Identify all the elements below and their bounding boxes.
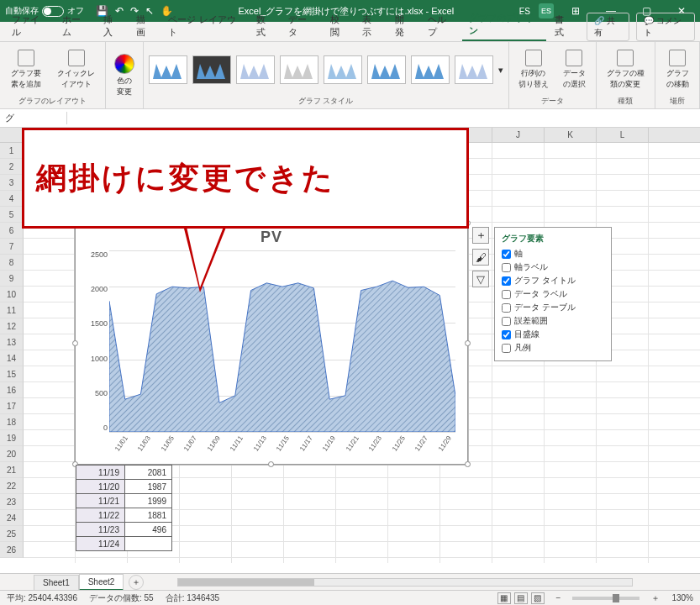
share-button[interactable]: 🔗 共有	[587, 13, 629, 41]
tab-insert[interactable]: 挿入	[97, 10, 128, 41]
col-k[interactable]: K	[545, 128, 597, 142]
checkbox[interactable]	[502, 290, 511, 299]
row-1[interactable]: 1	[0, 143, 24, 159]
checkbox[interactable]	[502, 330, 511, 339]
cell-pv[interactable]: 1999	[125, 494, 172, 508]
cell-pv[interactable]: 1987	[125, 480, 172, 494]
select-all-corner[interactable]	[0, 128, 24, 142]
sheet-tab-1[interactable]: Sheet1	[34, 575, 79, 590]
row-25[interactable]: 25	[0, 526, 24, 542]
checkbox[interactable]	[502, 317, 511, 326]
zoom-slider[interactable]	[572, 597, 639, 600]
zoom-in-button[interactable]: ＋	[651, 592, 660, 604]
sheet-tab-2[interactable]: Sheet2	[79, 574, 124, 591]
chart-style-more-icon[interactable]: ▾	[498, 65, 503, 76]
chart-elements-button[interactable]: ＋	[472, 227, 489, 244]
tab-view[interactable]: 表示	[355, 10, 387, 41]
cell-pv[interactable]: 2081	[125, 466, 172, 480]
row-13[interactable]: 13	[0, 334, 24, 350]
change-chart-type-button[interactable]: グラフの種類の変更	[602, 48, 650, 92]
tab-format[interactable]: 書式	[548, 10, 579, 41]
chart-style-4[interactable]	[280, 55, 318, 84]
chart-style-7[interactable]	[411, 55, 450, 84]
row-19[interactable]: 19	[0, 430, 24, 446]
tab-data[interactable]: データ	[282, 10, 321, 41]
row-22[interactable]: 22	[0, 478, 24, 494]
row-8[interactable]: 8	[0, 255, 24, 271]
add-chart-element-button[interactable]: グラフ要素を追加	[5, 48, 48, 92]
quick-layout-button[interactable]: クイックレイアウト	[53, 48, 100, 92]
chart-element-option[interactable]: 軸ラベル	[502, 261, 604, 273]
cell-date[interactable]: 11/24	[76, 537, 125, 551]
select-data-button[interactable]: データの選択	[558, 48, 591, 92]
page-break-view-icon[interactable]: ▧	[531, 592, 545, 604]
tab-developer[interactable]: 開発	[388, 10, 419, 41]
tab-chart-design[interactable]: グラフのデザイン	[462, 8, 545, 41]
chart-style-6[interactable]	[367, 55, 406, 84]
row-21[interactable]: 21	[0, 462, 24, 478]
chart-element-option[interactable]: グラフ タイトル	[502, 275, 604, 287]
cell-date[interactable]: 11/19	[76, 466, 125, 480]
normal-view-icon[interactable]: ▦	[497, 592, 511, 604]
horizontal-scrollbar[interactable]	[177, 578, 633, 587]
row-23[interactable]: 23	[0, 494, 24, 510]
chart-element-option[interactable]: データ テーブル	[502, 302, 604, 313]
row-16[interactable]: 16	[0, 382, 24, 398]
row-11[interactable]: 11	[0, 302, 24, 318]
comments-button[interactable]: 💬 コメント	[636, 13, 695, 41]
checkbox[interactable]	[502, 344, 511, 353]
chart-element-option[interactable]: データ ラベル	[502, 288, 604, 300]
row-18[interactable]: 18	[0, 414, 24, 430]
col-j[interactable]: J	[492, 128, 545, 142]
move-chart-button[interactable]: グラフの移動	[661, 48, 694, 92]
chart-object[interactable]: PV 25002000150010005000 11/0111/0311/051…	[75, 223, 468, 465]
chart-style-8[interactable]	[455, 55, 493, 84]
tab-draw[interactable]: 描画	[129, 10, 161, 41]
row-5[interactable]: 5	[0, 207, 24, 223]
chart-filters-button[interactable]: ▽	[472, 271, 489, 287]
cell-pv[interactable]: 496	[125, 523, 172, 537]
plot-area[interactable]: 25002000150010005000 11/0111/0311/0511/0…	[109, 250, 455, 432]
tab-review[interactable]: 校閲	[324, 10, 355, 41]
chart-element-option[interactable]: 凡例	[502, 342, 604, 354]
chart-style-3[interactable]	[236, 55, 275, 84]
switch-row-column-button[interactable]: 行/列の切り替え	[514, 48, 553, 92]
checkbox[interactable]	[502, 250, 511, 259]
checkbox[interactable]	[502, 263, 511, 272]
tab-help[interactable]: ヘルプ	[421, 10, 461, 41]
row-14[interactable]: 14	[0, 350, 24, 366]
page-layout-view-icon[interactable]: ▤	[514, 592, 528, 604]
chart-style-1[interactable]	[149, 55, 187, 84]
zoom-out-button[interactable]: −	[556, 593, 561, 602]
zoom-level[interactable]: 130%	[671, 593, 693, 602]
cell-date[interactable]: 11/20	[76, 480, 125, 494]
row-3[interactable]: 3	[0, 175, 24, 191]
row-7[interactable]: 7	[0, 239, 24, 255]
row-6[interactable]: 6	[0, 223, 24, 239]
add-sheet-button[interactable]: ＋	[129, 575, 144, 590]
tab-page-layout[interactable]: ページ レイアウト	[161, 10, 247, 41]
chart-style-5[interactable]	[324, 55, 362, 84]
row-20[interactable]: 20	[0, 446, 24, 462]
col-l[interactable]: L	[597, 128, 649, 142]
row-17[interactable]: 17	[0, 398, 24, 414]
checkbox[interactable]	[502, 276, 511, 286]
sheet-data-table[interactable]: 11/19208111/20198711/21199911/22188111/2…	[76, 465, 172, 551]
row-4[interactable]: 4	[0, 191, 24, 207]
row-15[interactable]: 15	[0, 366, 24, 382]
cell-date[interactable]: 11/22	[76, 508, 125, 523]
cell-date[interactable]: 11/21	[76, 494, 125, 508]
chart-style-2[interactable]	[192, 55, 231, 84]
chart-element-option[interactable]: 誤差範囲	[502, 315, 604, 327]
tab-formulas[interactable]: 数式	[250, 10, 281, 41]
cell-pv[interactable]: 1881	[125, 508, 172, 523]
name-box[interactable]: グ	[0, 112, 67, 124]
row-9[interactable]: 9	[0, 271, 24, 287]
cell-pv[interactable]	[125, 537, 172, 551]
checkbox[interactable]	[502, 303, 511, 313]
change-colors-button[interactable]: 色の変更	[111, 52, 138, 99]
row-12[interactable]: 12	[0, 318, 24, 334]
chart-styles-button[interactable]: 🖌	[472, 249, 489, 266]
cell-date[interactable]: 11/23	[76, 523, 125, 537]
row-10[interactable]: 10	[0, 287, 24, 302]
